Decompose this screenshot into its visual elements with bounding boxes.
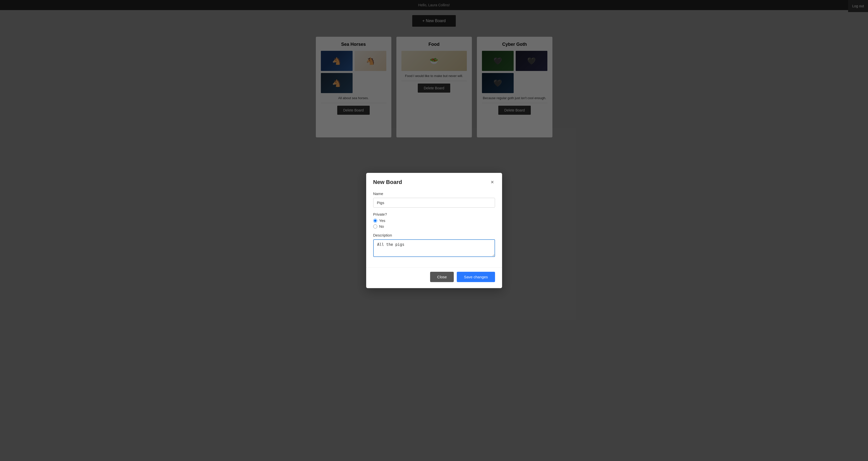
private-yes-radio[interactable] xyxy=(373,219,377,223)
modal-close-button[interactable]: × xyxy=(490,179,495,185)
description-label: Description xyxy=(373,233,495,237)
close-button[interactable]: Close xyxy=(430,272,454,282)
private-label: Private? xyxy=(373,212,495,216)
modal-body: Name Private? Yes No xyxy=(366,189,502,268)
private-no-option[interactable]: No xyxy=(373,224,495,228)
private-no-label: No xyxy=(379,224,384,228)
name-input[interactable] xyxy=(373,198,495,208)
private-yes-option[interactable]: Yes xyxy=(373,218,495,223)
modal-overlay: New Board × Name Private? Yes xyxy=(0,0,868,461)
private-form-group: Private? Yes No xyxy=(373,212,495,228)
private-radio-group: Yes No xyxy=(373,218,495,228)
name-label: Name xyxy=(373,191,495,196)
name-form-group: Name xyxy=(373,191,495,208)
new-board-modal: New Board × Name Private? Yes xyxy=(366,173,502,288)
modal-footer: Close Save changes xyxy=(366,268,502,288)
private-yes-label: Yes xyxy=(379,218,385,223)
description-textarea[interactable]: All the pigs xyxy=(373,239,495,257)
description-form-group: Description All the pigs xyxy=(373,233,495,258)
modal-header: New Board × xyxy=(366,173,502,189)
modal-title: New Board xyxy=(373,179,402,185)
save-changes-button[interactable]: Save changes xyxy=(457,272,495,282)
private-no-radio[interactable] xyxy=(373,224,377,228)
